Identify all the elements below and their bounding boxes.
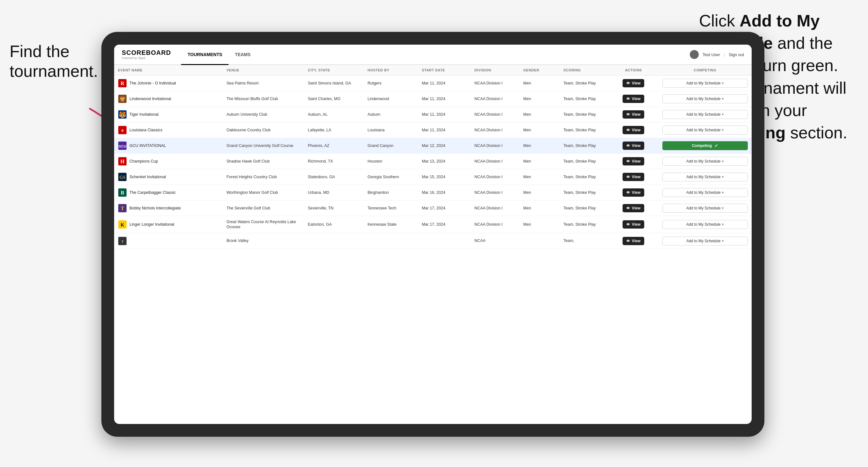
gender-cell <box>520 233 560 249</box>
table-row: ⚜ Louisiana Classics Oakbourne Country C… <box>114 122 752 138</box>
competing-button[interactable]: Competing ✓ <box>662 141 748 150</box>
add-schedule-button[interactable]: Add to My Schedule + <box>662 204 748 213</box>
view-button[interactable]: 👁 View <box>623 157 644 165</box>
actions-cell: 👁 View <box>609 122 658 138</box>
table-row: GS Schenkel Invitational Forest Heights … <box>114 169 752 185</box>
hosted-cell: Houston <box>364 154 418 169</box>
add-schedule-button[interactable]: Add to My Schedule + <box>662 126 748 134</box>
col-header-division: DIVISION <box>470 65 519 75</box>
division-cell: NCAA Division I <box>470 107 519 122</box>
eye-icon: 👁 <box>626 175 630 179</box>
venue-cell: The Sevierville Golf Club <box>222 200 304 216</box>
eye-icon: 👁 <box>626 206 630 210</box>
add-schedule-button[interactable]: Add to My Schedule + <box>662 94 748 103</box>
division-cell: NCAA Division I <box>470 154 519 169</box>
hosted-cell <box>364 233 418 249</box>
svg-text:🦁: 🦁 <box>119 96 126 103</box>
eye-icon: 👁 <box>626 191 630 194</box>
view-button[interactable]: 👁 View <box>623 142 644 150</box>
hosted-cell: Tennessee Tech <box>364 200 418 216</box>
svg-text:🐯: 🐯 <box>119 111 126 118</box>
event-name: Champions Cup <box>129 159 158 164</box>
competing-cell: Add to My Schedule + <box>658 122 752 138</box>
view-button[interactable]: 👁 View <box>623 204 644 212</box>
table-row: 🦁 Lindenwood Invitational The Missouri B… <box>114 91 752 107</box>
view-button[interactable]: 👁 View <box>623 79 644 87</box>
table-row: K Linger Longer Invitational Great Water… <box>114 216 752 234</box>
svg-text:?: ? <box>121 240 123 244</box>
gender-cell: Men <box>520 216 560 234</box>
logo-sub: Powered by clippd <box>122 56 171 60</box>
competing-cell: Add to My Schedule + <box>658 200 752 216</box>
venue-cell: Grand Canyon University Golf Course <box>222 138 304 154</box>
view-button[interactable]: 👁 View <box>623 126 644 134</box>
tab-tournaments[interactable]: TOURNAMENTS <box>181 44 228 65</box>
scoring-cell: Team, Stroke Play <box>560 200 609 216</box>
actions-cell: 👁 View <box>609 200 658 216</box>
scoring-cell: Team, Stroke Play <box>560 75 609 91</box>
scoring-cell: Team, Stroke Play <box>560 91 609 107</box>
add-schedule-button[interactable]: Add to My Schedule + <box>662 110 748 119</box>
gender-cell: Men <box>520 107 560 122</box>
add-schedule-button[interactable]: Add to My Schedule + <box>662 173 748 181</box>
eye-icon: 👁 <box>626 144 630 148</box>
col-header-gender: GENDER <box>520 65 560 75</box>
team-logo: B <box>118 188 127 197</box>
sign-out-link[interactable]: Sign out <box>729 52 744 57</box>
col-header-date: START DATE <box>418 65 470 75</box>
scoring-cell: Team, Stroke Play <box>560 185 609 200</box>
add-schedule-button[interactable]: Add to My Schedule + <box>662 188 748 197</box>
table-row: H Champions Cup Shadow Hawk Golf ClubRic… <box>114 154 752 169</box>
tab-teams[interactable]: TEAMS <box>228 44 257 65</box>
competing-cell: Add to My Schedule + <box>658 216 752 234</box>
venue-cell: Auburn University Club <box>222 107 304 122</box>
date-cell: Mar 15, 2024 <box>418 169 470 185</box>
user-label: Test User <box>703 52 720 57</box>
view-button[interactable]: 👁 View <box>623 237 644 245</box>
svg-text:GCU: GCU <box>119 145 127 148</box>
city-cell: Sevierville, TN <box>304 200 364 216</box>
table-container[interactable]: EVENT NAME VENUE CITY, STATE HOSTED BY S… <box>114 65 752 424</box>
date-cell: Mar 16, 2024 <box>418 185 470 200</box>
add-schedule-button[interactable]: Add to My Schedule + <box>662 220 748 229</box>
eye-icon: 👁 <box>626 97 630 101</box>
tablet-frame: SCOREBOARD Powered by clippd TOURNAMENTS… <box>101 32 765 437</box>
venue-cell: Brook Valley <box>222 233 304 249</box>
hosted-cell: Binghamton <box>364 185 418 200</box>
gender-cell: Men <box>520 75 560 91</box>
venue-cell: Sea Palms Resort <box>222 75 304 91</box>
view-button[interactable]: 👁 View <box>623 220 644 228</box>
checkmark-icon: ✓ <box>714 143 718 148</box>
team-logo: R <box>118 79 127 88</box>
svg-text:⚜: ⚜ <box>121 128 125 133</box>
team-logo: 🦁 <box>118 94 127 103</box>
competing-cell: Add to My Schedule + <box>658 169 752 185</box>
add-schedule-button[interactable]: Add to My Schedule + <box>662 79 748 88</box>
gender-cell: Men <box>520 91 560 107</box>
competing-cell: Add to My Schedule + <box>658 233 752 249</box>
team-logo: H <box>118 157 127 166</box>
view-button[interactable]: 👁 View <box>623 110 644 119</box>
city-cell: Saint Charles, MO <box>304 91 364 107</box>
gender-cell: Men <box>520 200 560 216</box>
hosted-cell: Auburn <box>364 107 418 122</box>
date-cell: Mar 11, 2024 <box>418 107 470 122</box>
event-name: GCU INVITATIONAL <box>129 143 166 148</box>
svg-text:T: T <box>121 206 124 211</box>
city-cell <box>304 233 364 249</box>
add-schedule-button[interactable]: Add to My Schedule + <box>662 157 748 166</box>
svg-text:K: K <box>121 222 124 227</box>
venue-cell: The Missouri Bluffs Golf Club <box>222 91 304 107</box>
view-button[interactable]: 👁 View <box>623 173 644 181</box>
event-name: Tiger Invitational <box>129 112 158 117</box>
team-logo: K <box>118 220 127 229</box>
city-cell: Saint Simons Island, GA <box>304 75 364 91</box>
col-header-scoring: SCORING <box>560 65 609 75</box>
actions-cell: 👁 View <box>609 107 658 122</box>
event-cell: T Bobby Nichols Intercollegiate <box>114 200 222 216</box>
eye-icon: 👁 <box>626 239 630 243</box>
add-schedule-button[interactable]: Add to My Schedule + <box>662 237 748 245</box>
view-button[interactable]: 👁 View <box>623 95 644 103</box>
event-cell: GS Schenkel Invitational <box>114 169 222 185</box>
view-button[interactable]: 👁 View <box>623 188 644 197</box>
